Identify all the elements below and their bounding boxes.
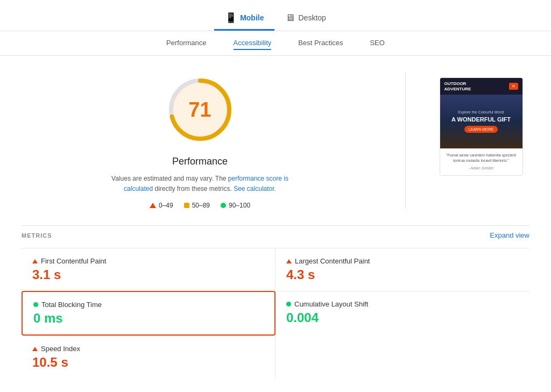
expand-view-button[interactable]: Expand view (490, 231, 529, 239)
preview-quote-text: "Fuerat aesta carentem habentia spectent… (444, 153, 518, 163)
desktop-icon: 🖥 (285, 12, 295, 24)
score-value: 71 (188, 98, 211, 122)
metric-tbt: Total Blocking Time 0 ms (22, 291, 276, 336)
metric-si-value: 10.5 s (32, 355, 264, 370)
score-legend: 0–49 50–89 90–100 (150, 202, 250, 209)
sub-tabs: Performance Accessibility Best Practices… (0, 31, 551, 56)
triangle-red-icon (150, 203, 156, 208)
preview-hero: Explore the Colourful World A WONDERFUL … (440, 95, 522, 148)
metric-fcp-value: 3.1 s (32, 267, 264, 282)
indicator-green-tbt (33, 302, 38, 307)
vertical-divider (405, 72, 406, 209)
metric-si: Speed Index 10.5 s (22, 336, 276, 379)
indicator-green-cls (286, 302, 291, 307)
indicator-red-si (32, 347, 38, 351)
preview-title: A WONDERFUL GIFT (451, 116, 511, 123)
preview-subtitle: Explore the Colourful World (458, 110, 504, 114)
metrics-label: METRICS (22, 232, 52, 239)
right-panel: OUTDOOR ADVENTURE ✕ Explore the Colourfu… (433, 72, 529, 209)
tab-desktop[interactable]: 🖥 Desktop (274, 7, 336, 31)
metric-si-name: Speed Index (41, 345, 80, 353)
metrics-section: METRICS Expand view First Contentful Pai… (0, 226, 551, 389)
preview-quote-name: - Adam Sender (444, 166, 518, 171)
website-preview: OUTDOOR ADVENTURE ✕ Explore the Colourfu… (440, 77, 523, 176)
tab-mobile-label: Mobile (240, 13, 264, 22)
metrics-grid: First Contentful Paint 3.1 s Largest Con… (22, 248, 529, 379)
legend-orange: 50–89 (184, 202, 210, 209)
tab-desktop-label: Desktop (298, 13, 326, 22)
preview-testimonial: "Fuerat aesta carentem habentia spectent… (440, 148, 522, 175)
preview-logo: OUTDOOR ADVENTURE (444, 81, 471, 91)
sub-tab-accessibility[interactable]: Accessibility (234, 37, 272, 50)
sub-tab-seo[interactable]: SEO (370, 37, 384, 50)
metric-cls: Cumulative Layout Shift 0.004 (276, 291, 529, 336)
tab-mobile[interactable]: 📱 Mobile (214, 6, 274, 31)
indicator-red-fcp (32, 259, 38, 263)
mobile-icon: 📱 (225, 12, 237, 24)
device-tabs: 📱 Mobile 🖥 Desktop (0, 0, 551, 31)
sub-tab-performance[interactable]: Performance (166, 37, 206, 50)
sub-tab-best-practices[interactable]: Best Practices (298, 37, 343, 50)
metric-cls-value: 0.004 (286, 310, 519, 325)
metric-lcp: Largest Contentful Paint 4.3 s (276, 248, 529, 291)
metric-lcp-name: Largest Contentful Paint (295, 257, 370, 265)
preview-cta-btn: LEARN MORE (464, 126, 498, 133)
score-circle: 71 (163, 72, 238, 147)
main-content: 71 Performance Values are estimated and … (0, 56, 551, 225)
metrics-header: METRICS Expand view (22, 231, 529, 239)
legend-red: 0–49 (150, 202, 173, 209)
metric-fcp-name: First Contentful Paint (41, 257, 106, 265)
calculator-link[interactable]: See calculator. (234, 185, 276, 193)
left-panel: 71 Performance Values are estimated and … (22, 72, 378, 209)
preview-close-btn: ✕ (509, 83, 518, 90)
metric-cls-name: Cumulative Layout Shift (294, 300, 368, 308)
square-orange-icon (184, 203, 189, 208)
legend-green: 90–100 (221, 202, 250, 209)
preview-header: OUTDOOR ADVENTURE ✕ (440, 78, 522, 95)
metric-tbt-name: Total Blocking Time (41, 301, 102, 309)
dot-green-icon (221, 203, 226, 208)
performance-title: Performance (172, 156, 228, 167)
indicator-red-lcp (286, 259, 292, 263)
metric-lcp-value: 4.3 s (286, 267, 519, 282)
metric-fcp: First Contentful Paint 3.1 s (22, 248, 276, 291)
metric-tbt-value: 0 ms (33, 311, 264, 326)
performance-description: Values are estimated and may vary. The p… (98, 174, 302, 194)
